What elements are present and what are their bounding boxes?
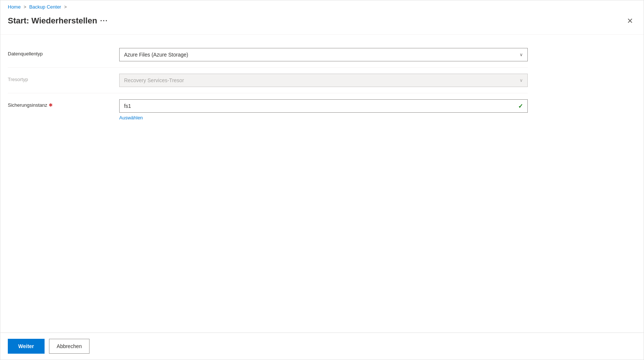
backup-instance-row: Sicherungsinstanz ✱ fs1 ✓ Auswählen <box>8 93 528 126</box>
vault-type-control: Recovery Services-Tresor ∨ <box>119 74 528 87</box>
datasource-type-label: Datenquellentyp <box>8 48 112 57</box>
vault-type-placeholder: Recovery Services-Tresor <box>124 77 184 83</box>
form-section: Datenquellentyp Azure Files (Azure Stora… <box>8 42 528 126</box>
breadcrumb-sep-2: > <box>64 4 67 10</box>
required-star: ✱ <box>49 102 53 108</box>
select-link-button[interactable]: Auswählen <box>119 115 528 120</box>
vault-type-dropdown: Recovery Services-Tresor ∨ <box>119 74 528 87</box>
backup-instance-input[interactable]: fs1 ✓ <box>119 99 528 113</box>
datasource-type-dropdown[interactable]: Azure Files (Azure Storage) ∨ <box>119 48 528 61</box>
backup-instance-control: fs1 ✓ Auswählen <box>119 99 528 120</box>
close-button[interactable]: ✕ <box>624 15 636 27</box>
vault-type-row: Tresortyp Recovery Services-Tresor ∨ <box>8 68 528 93</box>
chevron-down-icon: ∨ <box>520 52 523 57</box>
backup-instance-value: fs1 <box>124 103 131 109</box>
close-icon: ✕ <box>627 16 633 25</box>
footer: Weiter Abbrechen <box>0 332 644 360</box>
breadcrumb-home[interactable]: Home <box>8 4 21 10</box>
next-button[interactable]: Weiter <box>8 339 45 354</box>
content-area: Datenquellentyp Azure Files (Azure Stora… <box>0 35 644 332</box>
vault-chevron-down-icon: ∨ <box>520 78 523 83</box>
page-title: Start: Wiederherstellen ··· <box>8 16 108 26</box>
cancel-button[interactable]: Abbrechen <box>49 339 90 354</box>
page-header: Start: Wiederherstellen ··· ✕ <box>0 12 644 34</box>
datasource-type-value: Azure Files (Azure Storage) <box>124 52 188 58</box>
page-title-text: Start: Wiederherstellen <box>8 16 97 26</box>
vault-type-label: Tresortyp <box>8 74 112 82</box>
check-icon: ✓ <box>518 103 523 110</box>
datasource-type-row: Datenquellentyp Azure Files (Azure Stora… <box>8 42 528 67</box>
backup-instance-label: Sicherungsinstanz ✱ <box>8 99 112 108</box>
breadcrumb: Home > Backup Center > <box>0 0 644 12</box>
datasource-type-control: Azure Files (Azure Storage) ∨ <box>119 48 528 61</box>
breadcrumb-backup-center[interactable]: Backup Center <box>29 4 61 10</box>
breadcrumb-sep-1: > <box>24 4 26 10</box>
page-wrapper: Home > Backup Center > Start: Wiederhers… <box>0 0 644 360</box>
page-title-ellipsis: ··· <box>100 17 108 25</box>
